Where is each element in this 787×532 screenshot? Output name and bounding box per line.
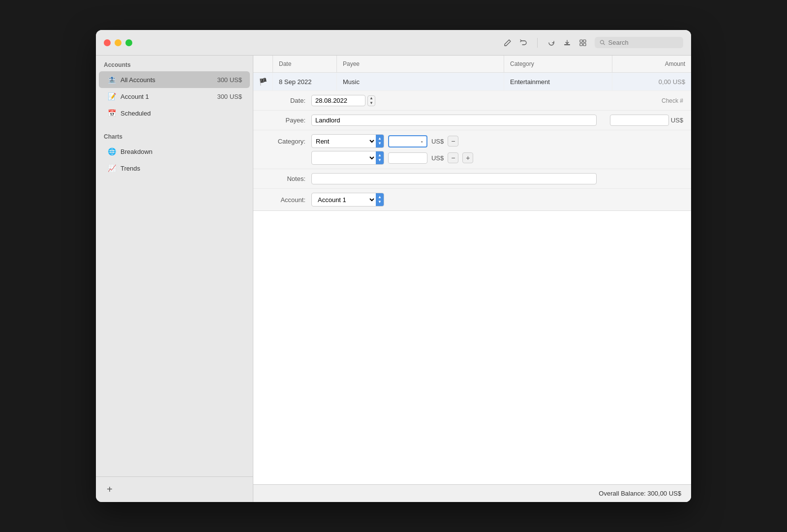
payee-currency: US$ [671,117,683,124]
add-account-button[interactable]: + [104,483,116,496]
date-row: Date: ▲ ▼ Check # [253,91,691,111]
overall-balance: Overall Balance: 300,00 US$ [599,490,681,497]
svg-rect-0 [564,44,570,45]
sidebar-item-breakdown[interactable]: 🌐 Breakdown [99,143,250,160]
col-category: Category [504,56,612,72]
account-select-wrap: Account 1 ▲ ▼ [311,193,384,207]
category-select[interactable]: Rent [312,136,376,147]
content-spacer [253,211,691,484]
traffic-lights [104,39,132,46]
second-category-select-wrap: ▲ ▼ [311,151,384,165]
date-stepper[interactable]: ▲ ▼ [367,95,375,106]
sidebar-item-all-accounts[interactable]: 🏦 All Accounts 300 US$ [99,71,250,88]
sidebar-item-account1[interactable]: 📝 Account 1 300 US$ [99,88,250,105]
account-row: Account: Account 1 ▲ ▼ [253,189,691,210]
account-stepper[interactable]: ▲ ▼ [376,193,384,206]
breakdown-icon: 🌐 [107,147,117,156]
col-flag [253,56,273,72]
transaction-date: 8 Sep 2022 [273,73,337,90]
search-icon [600,39,605,46]
maximize-button[interactable] [125,39,132,46]
account1-icon: 📝 [107,91,117,101]
payee-field[interactable] [311,115,597,126]
col-payee: Payee [337,56,504,72]
check-number-label: Check # [662,97,683,104]
breakdown-label: Breakdown [121,148,242,155]
charts-section-label: Charts [96,127,253,143]
table-header: Date Payee Category Amount [253,56,691,73]
category-select-wrap: Rent ▲ ▼ [311,134,384,148]
second-category-stepper[interactable]: ▲ ▼ [376,151,384,164]
toolbar [504,37,683,48]
trends-label: Trends [121,165,242,172]
second-currency: US$ [431,154,444,162]
payee-label: Payee: [261,117,305,124]
notes-label: Notes: [261,175,305,182]
col-date: Date [273,56,337,72]
category-label: Category: [261,138,305,145]
undo-icon[interactable] [519,39,527,47]
transaction-category: Entertainment [504,73,612,90]
payee-row: Payee: US$ [253,111,691,130]
date-field[interactable] [311,95,365,106]
account-label: Account: [261,196,305,204]
account1-label: Account 1 [121,93,213,100]
transaction-flag: 🏴 [253,73,273,90]
edit-form: Date: ▲ ▼ Check # Payee: [253,91,691,211]
search-input[interactable] [608,39,678,46]
content-area: Date Payee Category Amount 🏴 8 Sep 2022 … [253,56,691,502]
edit-icon[interactable] [504,39,512,47]
all-accounts-balance: 300 US$ [217,76,242,84]
table-row[interactable]: 🏴 8 Sep 2022 Music Entertainment 0,00 US… [253,73,691,91]
notes-field[interactable] [311,173,597,184]
second-category-group: ▲ ▼ US$ − + [311,151,473,165]
all-accounts-icon: 🏦 [107,75,117,85]
remove-split2-button[interactable]: − [448,152,458,163]
category-stepper[interactable]: ▲ ▼ [376,135,384,148]
add-split-button[interactable]: + [462,152,473,163]
titlebar [96,30,691,56]
date-label: Date: [261,97,305,104]
scheduled-label: Scheduled [121,110,242,117]
remove-split-button[interactable]: − [448,136,458,147]
grid-icon[interactable] [579,39,587,47]
search-bar [595,37,683,48]
refresh-icon[interactable] [547,39,555,47]
category-input-group: Rent ▲ ▼ US$ − [311,134,458,148]
svg-rect-1 [580,40,582,42]
category-row: Category: Rent ▲ ▼ [253,130,691,169]
notes-row: Notes: [253,169,691,189]
svg-rect-4 [583,43,586,46]
second-amount-field[interactable] [388,152,427,164]
transaction-payee: Music [337,73,504,90]
scheduled-icon: 📅 [107,108,117,118]
download-icon[interactable] [563,39,571,47]
col-amount: Amount [612,56,691,72]
sidebar-item-trends[interactable]: 📈 Trends [99,160,250,177]
all-accounts-label: All Accounts [121,76,213,84]
category-amount-field[interactable] [388,135,427,148]
date-input-group: ▲ ▼ [311,95,375,106]
sidebar-bottom: + [96,476,253,502]
second-category-select[interactable] [312,152,376,164]
status-bar: Overall Balance: 300,00 US$ [253,484,691,502]
svg-rect-2 [583,40,586,42]
account1-balance: 300 US$ [217,93,242,100]
svg-rect-3 [580,43,582,46]
payee-amount-field[interactable] [610,115,669,126]
category-currency: US$ [431,138,444,145]
sidebar-item-scheduled[interactable]: 📅 Scheduled [99,105,250,121]
svg-point-5 [600,40,604,44]
main-content: Accounts 🏦 All Accounts 300 US$ 📝 Accoun… [96,56,691,502]
accounts-section-label: Accounts [96,56,253,71]
minimize-button[interactable] [115,39,121,46]
close-button[interactable] [104,39,111,46]
transaction-amount: 0,00 US$ [612,73,691,90]
sidebar: Accounts 🏦 All Accounts 300 US$ 📝 Accoun… [96,56,253,502]
account-select[interactable]: Account 1 [312,194,376,206]
trends-icon: 📈 [107,163,117,173]
app-window: Accounts 🏦 All Accounts 300 US$ 📝 Accoun… [96,30,691,502]
